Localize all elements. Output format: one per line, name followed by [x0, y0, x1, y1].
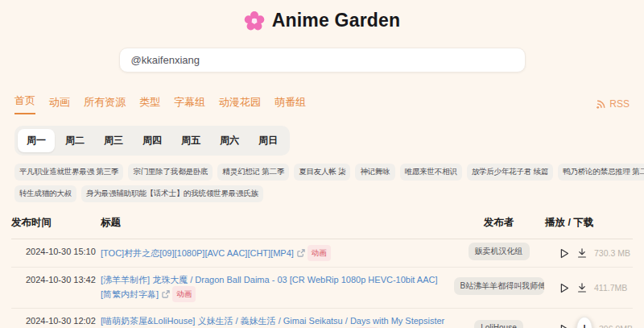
tag-row-2: 转生成猫的大叔 身为最强辅助职能【话术士】的我统领世界最强氏族 [14, 185, 630, 202]
external-link-icon[interactable] [162, 289, 170, 301]
site-header: Anime Garden [0, 0, 644, 31]
anime-tag-list: 平凡职业造就世界最强 第三季 宗门里除了我都是卧底 精灵幻想记 第二季 夏目友人… [14, 164, 630, 202]
file-size: 396.9MB [599, 324, 633, 328]
anime-tag[interactable]: 转生成猫的大叔 [14, 185, 76, 202]
publish-time: 2024-10-30 13:42 [11, 268, 101, 293]
download-button[interactable] [576, 247, 588, 259]
play-button[interactable] [558, 282, 570, 294]
publish-time: 2024-10-30 15:10 [11, 239, 101, 264]
file-size: 411.7MB [594, 283, 627, 293]
table-header: 发布时间 标题 发布者 播放 / 下载 [11, 209, 633, 239]
anime-tag[interactable]: 鸭乃桥论的禁忌推理 第二季 [558, 164, 644, 181]
rss-link[interactable]: RSS [596, 98, 630, 114]
publish-time: 2024-10-30 12:02 [11, 309, 101, 328]
play-button[interactable] [558, 247, 570, 259]
tab-monday[interactable]: 周一 [18, 129, 55, 152]
table-row: 2024-10-30 13:42 [沸羊羊制作] 龙珠大魔 / Dragon B… [11, 268, 633, 309]
resource-title-link[interactable]: [沸羊羊制作] 龙珠大魔 / Dragon Ball Daima - 03 [C… [101, 275, 438, 299]
table-row: 2024-10-30 15:10 [TOC]村井之恋[09][1080P][AV… [11, 239, 633, 268]
anime-tag[interactable]: 身为最强辅助职能【话术士】的我统领世界最强氏族 [81, 185, 263, 202]
publisher-badge[interactable]: 贩卖机汉化组 [469, 243, 530, 260]
anime-tag[interactable]: 平凡职业造就世界最强 第三季 [14, 164, 123, 181]
anime-tag[interactable]: 神记舞咏 [355, 164, 394, 181]
header-publisher: 发布者 [452, 209, 545, 239]
tab-sunday[interactable]: 周日 [250, 129, 287, 152]
nav-item-home[interactable]: 首页 [14, 93, 35, 114]
category-badge[interactable]: 动画 [308, 245, 331, 261]
tab-thursday[interactable]: 周四 [134, 129, 171, 152]
resource-title-link[interactable]: [TOC]村井之恋[09][1080P][AVC AAC][CHT][MP4] [101, 248, 294, 258]
table-row: 2024-10-30 12:02 [喵萌奶茶屋&LoliHouse] 义妹生活 … [11, 309, 633, 328]
rss-label: RSS [609, 98, 630, 110]
external-link-icon[interactable] [297, 247, 305, 260]
flower-logo-icon [244, 10, 265, 31]
rss-icon [596, 99, 606, 110]
file-size: 730.3 MB [594, 248, 630, 258]
search-bar [0, 48, 644, 73]
page-title: Anime Garden [272, 10, 401, 31]
resource-title-link[interactable]: [喵萌奶茶屋&LoliHouse] 义妹生活 / 義妹生活 / Gimai Se… [101, 316, 444, 328]
nav-item-types[interactable]: 类型 [139, 95, 160, 114]
anime-tag[interactable]: 夏目友人帐 柒 [294, 164, 350, 181]
search-input[interactable] [119, 48, 526, 73]
plus-button[interactable]: + [576, 317, 592, 328]
nav-item-anime[interactable]: 动画 [49, 95, 70, 114]
header-actions: 播放 / 下载 [545, 209, 633, 239]
anime-tag[interactable]: 宗门里除了我都是卧底 [128, 164, 213, 181]
anime-tag[interactable]: 放学后少年花子君 续篇 [467, 164, 553, 181]
nav-item-fansub-groups[interactable]: 字幕组 [174, 95, 205, 114]
category-badge[interactable]: 动画 [172, 286, 196, 302]
tab-friday[interactable]: 周五 [172, 129, 209, 152]
nav-item-all-resources[interactable]: 所有资源 [84, 95, 126, 114]
tab-wednesday[interactable]: 周三 [95, 129, 132, 152]
tag-row-1: 平凡职业造就世界最强 第三季 宗门里除了我都是卧底 精灵幻想记 第二季 夏目友人… [14, 164, 630, 181]
header-title: 标题 [101, 209, 452, 239]
anime-tag[interactable]: 精灵幻想记 第二季 [217, 164, 289, 181]
resource-table: 发布时间 标题 发布者 播放 / 下载 2024-10-30 15:10 [TO… [0, 209, 644, 328]
download-button[interactable] [576, 282, 588, 293]
tab-tuesday[interactable]: 周二 [56, 129, 93, 152]
publisher-badge[interactable]: B站沸羊羊都得叫我师傅 [454, 277, 544, 295]
publisher-badge[interactable]: LoliHouse [474, 320, 522, 328]
tab-saturday[interactable]: 周六 [211, 129, 248, 152]
anime-tag[interactable]: 唯愿来世不相识 [400, 164, 462, 181]
main-nav: 首页 动画 所有资源 类型 字幕组 动漫花园 萌番组 RSS [0, 93, 644, 114]
play-button[interactable] [558, 323, 570, 328]
header-publish-time: 发布时间 [11, 209, 101, 239]
weekday-tabs: 周一 周二 周三 周四 周五 周六 周日 [14, 126, 290, 156]
nav-item-moe-bangumi[interactable]: 萌番组 [275, 95, 306, 114]
nav-item-dmhy[interactable]: 动漫花园 [219, 95, 261, 114]
